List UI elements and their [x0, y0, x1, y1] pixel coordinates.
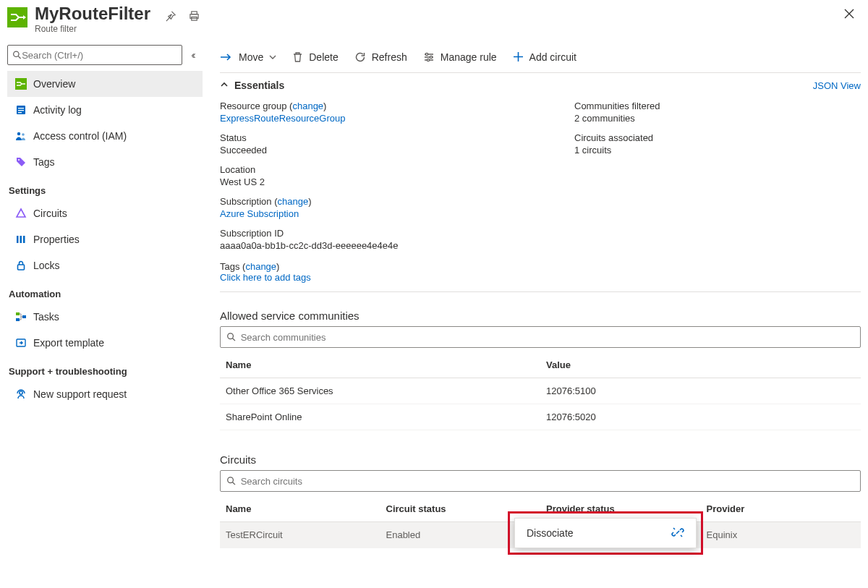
svg-rect-14: [17, 236, 19, 243]
sidebar-item-new-support-request[interactable]: New support request: [7, 381, 203, 407]
chevron-up-icon: [220, 80, 229, 91]
tool-label: Move: [239, 51, 263, 63]
field-subscription: Subscription (change) Azure Subscription: [220, 196, 560, 219]
refresh-button[interactable]: Refresh: [354, 51, 407, 63]
sidebar-search-input[interactable]: [22, 50, 177, 61]
change-subscription-link[interactable]: change: [278, 196, 309, 207]
close-icon[interactable]: [843, 8, 855, 22]
context-menu: Dissociate: [514, 518, 697, 548]
table-row[interactable]: SharePoint Online 12076:5020: [220, 404, 861, 430]
change-resource-group-link[interactable]: change: [292, 101, 323, 111]
svg-point-27: [228, 477, 234, 483]
log-icon: [13, 104, 29, 116]
search-icon: [226, 476, 237, 486]
move-button[interactable]: Move: [220, 51, 276, 63]
properties-icon: [13, 234, 29, 245]
svg-rect-19: [16, 318, 20, 321]
tag-icon: [13, 156, 29, 168]
svg-rect-20: [22, 315, 26, 318]
circuits-search-input[interactable]: [241, 476, 854, 487]
sidebar-item-circuits[interactable]: Circuits: [7, 200, 203, 226]
svg-point-11: [17, 132, 20, 135]
tool-label: Manage rule: [441, 51, 497, 63]
chevron-down-icon: [269, 54, 276, 61]
sidebar-item-properties[interactable]: Properties: [7, 226, 203, 252]
circuits-search[interactable]: [220, 470, 861, 492]
col-name[interactable]: Name: [220, 496, 380, 522]
sidebar-item-label: New support request: [33, 388, 127, 400]
dissociate-icon: [671, 526, 684, 541]
svg-point-22: [20, 391, 22, 394]
sidebar-item-access-control[interactable]: Access control (IAM): [7, 123, 203, 149]
sidebar-item-export-template[interactable]: Export template: [7, 330, 203, 356]
manage-rule-button[interactable]: Manage rule: [423, 51, 497, 63]
svg-point-24: [430, 56, 432, 58]
sidebar-item-tags[interactable]: Tags: [7, 149, 203, 175]
col-name[interactable]: Name: [220, 352, 540, 378]
field-location: Location West US 2: [220, 164, 560, 187]
main-content: Move Delete Refresh Manage rule Add circ…: [203, 41, 868, 586]
sidebar-group-automation: Automation: [7, 278, 203, 304]
tool-label: Delete: [309, 51, 338, 63]
essentials-label: Essentials: [234, 80, 284, 91]
page-subtitle: Route filter: [35, 24, 150, 34]
sidebar-item-tasks[interactable]: Tasks: [7, 304, 203, 330]
dissociate-menu-item[interactable]: Dissociate: [515, 519, 696, 547]
subscription-link[interactable]: Azure Subscription: [220, 208, 299, 219]
resource-group-link[interactable]: ExpressRouteResourceGroup: [220, 113, 345, 124]
svg-point-23: [425, 53, 427, 55]
field-circuits-associated: Circuits associated 1 circuits: [574, 132, 861, 155]
svg-point-12: [22, 133, 25, 136]
sidebar-collapse-button[interactable]: [182, 49, 203, 61]
sidebar-item-label: Overview: [33, 78, 75, 90]
communities-search-input[interactable]: [241, 332, 854, 343]
svg-point-25: [427, 59, 429, 61]
sidebar-item-label: Activity log: [33, 104, 82, 116]
svg-rect-8: [18, 108, 24, 108]
sidebar-group-support: Support + troubleshooting: [7, 356, 203, 381]
add-circuit-button[interactable]: Add circuit: [513, 51, 576, 63]
sidebar-item-label: Export template: [33, 337, 104, 349]
plus-icon: [513, 51, 524, 62]
sidebar-item-label: Access control (IAM): [33, 130, 127, 142]
col-value[interactable]: Value: [540, 352, 861, 378]
page-header: MyRouteFilter Route filter: [0, 0, 868, 41]
sidebar-item-overview[interactable]: Overview: [7, 71, 203, 97]
pin-icon[interactable]: [165, 11, 176, 24]
circuits-section: Circuits Name Circuit status Provider st…: [220, 430, 861, 548]
communities-search[interactable]: [220, 326, 861, 348]
change-tags-link[interactable]: change: [245, 261, 276, 272]
table-row[interactable]: Other Office 365 Services 12076:5100: [220, 378, 861, 404]
sidebar-item-label: Locks: [33, 260, 60, 271]
print-icon[interactable]: [189, 11, 200, 24]
add-tags-link[interactable]: Click here to add tags: [220, 272, 311, 283]
essentials-toggle[interactable]: Essentials: [220, 80, 284, 91]
circuits-title: Circuits: [220, 453, 861, 466]
refresh-icon: [354, 51, 366, 63]
json-view-link[interactable]: JSON View: [813, 80, 861, 91]
route-filter-icon: [7, 7, 27, 27]
search-icon: [12, 50, 22, 60]
page-title: MyRouteFilter: [35, 4, 150, 24]
sidebar-search[interactable]: [7, 45, 182, 65]
support-icon: [13, 388, 29, 400]
sidebar-item-label: Circuits: [33, 208, 67, 219]
triangle-icon: [13, 208, 29, 219]
sidebar-item-activity-log[interactable]: Activity log: [7, 97, 203, 123]
nav-main: Overview Activity log Access control (IA…: [7, 71, 203, 407]
sidebar-item-locks[interactable]: Locks: [7, 252, 203, 278]
export-icon: [13, 337, 29, 349]
field-tags: Tags (change) Click here to add tags: [220, 261, 861, 283]
route-filter-icon: [13, 78, 29, 90]
field-status: Status Succeeded: [220, 132, 560, 155]
col-provider[interactable]: Provider: [701, 496, 861, 522]
svg-point-13: [18, 159, 20, 161]
delete-button[interactable]: Delete: [292, 51, 338, 63]
sidebar-group-settings: Settings: [7, 175, 203, 200]
communities-table: Name Value Other Office 365 Services 120…: [220, 352, 861, 430]
svg-rect-18: [16, 312, 20, 315]
sidebar: Overview Activity log Access control (IA…: [0, 41, 203, 586]
tasks-icon: [13, 311, 29, 323]
svg-point-26: [228, 333, 234, 339]
command-bar: Move Delete Refresh Manage rule Add circ…: [220, 41, 861, 73]
